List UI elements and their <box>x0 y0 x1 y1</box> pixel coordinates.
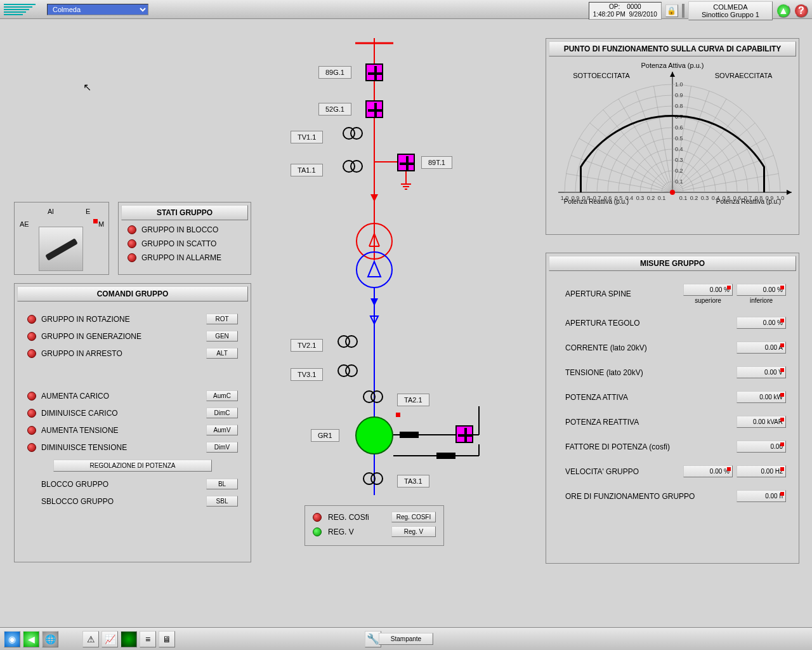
svg-text:0.8: 0.8 <box>675 103 683 109</box>
cmd-generazione: GRUPPO IN GENERAZIONEGEN <box>15 328 251 345</box>
label-tv21: TV2.1 <box>291 339 323 352</box>
selector-label-al: Al <box>48 208 54 215</box>
breaker-89g1[interactable] <box>365 63 383 81</box>
globe-icon[interactable]: 🌐 <box>42 631 58 647</box>
label-ta21: TA2.1 <box>397 394 429 406</box>
tv21-icon <box>337 335 358 350</box>
ta11-icon <box>343 160 363 175</box>
led-icon <box>313 513 322 522</box>
svg-rect-18 <box>400 432 419 438</box>
svg-text:Potenza Reattiva (p.u.): Potenza Reattiva (p.u.) <box>716 198 781 205</box>
measure-velocita: VELOCITA' GRUPPO 0.00 % 0.00 Hz <box>546 459 799 484</box>
cmd-blocco: BLOCCO GRUPPOBL <box>15 475 251 493</box>
svg-text:SOTTOECCITATA: SOTTOECCITATA <box>573 72 630 79</box>
led-icon <box>313 527 322 536</box>
val-potenza-attiva: 0.00 kW <box>737 391 786 403</box>
site-dropdown[interactable]: Colmeda <box>47 4 148 15</box>
aumv-button[interactable]: AumV <box>206 425 238 435</box>
breaker-52g1[interactable] <box>365 100 383 118</box>
label-ta31: TA3.1 <box>397 475 429 488</box>
logo-icon <box>4 3 42 16</box>
generator-gr1[interactable] <box>355 416 393 454</box>
svg-text:0.3: 0.3 <box>675 157 683 163</box>
val-velocita-pct: 0.00 % <box>683 465 733 477</box>
svg-marker-21 <box>787 190 792 195</box>
help-button[interactable]: ? <box>794 4 808 18</box>
rot-button[interactable]: ROT <box>206 314 238 324</box>
svg-text:1.0: 1.0 <box>675 81 683 88</box>
single-line-diagram: 89G.1 52G.1 TV1.1 TA1.1 89T.1 TV2.1 TV3.… <box>260 38 514 559</box>
printer-button[interactable]: Stampante <box>379 633 433 645</box>
tv31-icon <box>337 364 358 380</box>
label-89g1: 89G.1 <box>318 66 351 79</box>
val-corrente: 0.00 A <box>737 342 786 354</box>
trend-icon[interactable]: 📈 <box>102 631 118 647</box>
reg-cosfi-button[interactable]: Reg. COSFI <box>391 512 436 522</box>
svg-text:0.9: 0.9 <box>675 92 683 98</box>
svg-rect-19 <box>436 453 455 459</box>
nav-up-button[interactable]: ▲ <box>776 4 790 18</box>
measure-cosfi: FATTORE DI POTENZA (cosfi)0.00 <box>546 434 799 459</box>
gen-button[interactable]: GEN <box>206 331 238 342</box>
svg-text:0.3: 0.3 <box>636 195 645 201</box>
stati-title: STATI GRUPPO <box>121 205 248 220</box>
mode-selector-knob[interactable] <box>39 227 83 271</box>
breaker-field[interactable] <box>455 425 473 443</box>
led-icon <box>128 253 136 262</box>
led-icon <box>27 392 36 401</box>
bl-button[interactable]: BL <box>206 479 238 489</box>
led-icon <box>27 315 36 324</box>
svg-text:Potenza Reattiva (p.u.): Potenza Reattiva (p.u.) <box>564 198 629 205</box>
cmd-aumenta-carico: AUMENTA CARICOAumC <box>15 387 251 404</box>
regolazione-potenza-button[interactable]: REGOLAZIONE DI POTENZA <box>53 460 212 472</box>
led-icon <box>27 443 36 452</box>
svg-text:0.5: 0.5 <box>675 135 683 142</box>
document-icon[interactable]: ≡ <box>140 631 156 647</box>
svg-text:0.2: 0.2 <box>647 195 655 201</box>
svg-text:0.2: 0.2 <box>690 195 698 201</box>
sbl-button[interactable]: SBL <box>206 496 238 507</box>
tv11-icon <box>343 127 363 142</box>
selector-label-m: M <box>98 220 104 228</box>
mode-selector-panel: Al E AE M <box>14 202 109 275</box>
selector-label-ae: AE <box>20 220 29 228</box>
cmd-rotazione: GRUPPO IN ROTAZIONEROT <box>15 310 251 328</box>
radar-icon[interactable] <box>121 631 137 647</box>
measure-corrente: CORRENTE (lato 20kV)0.00 A <box>546 335 799 360</box>
cmd-diminuisce-tensione: DIMINUISCE TENSIONEDimV <box>15 439 251 456</box>
reg-v-button[interactable]: Reg. V <box>391 526 436 537</box>
val-tegolo: 0.00 % <box>737 317 786 329</box>
svg-point-73 <box>670 190 675 195</box>
lock-icon[interactable]: 🔒 <box>665 4 678 17</box>
home-icon[interactable]: ◉ <box>4 631 20 647</box>
svg-text:SOVRAECCITATA: SOVRAECCITATA <box>715 72 773 79</box>
label-tv31: TV3.1 <box>291 368 323 381</box>
reg-cosfi-label: REG. COSfi <box>328 513 369 522</box>
back-icon[interactable]: ◀ <box>23 631 39 647</box>
stato-allarme: GRUPPO IN ALLARME <box>119 251 251 265</box>
val-ore: 0.00 h <box>737 490 786 502</box>
aumc-button[interactable]: AumC <box>206 390 238 401</box>
val-tensione: 0.00 V <box>737 366 786 378</box>
dimc-button[interactable]: DimC <box>206 408 238 418</box>
alt-button[interactable]: ALT <box>206 348 238 359</box>
svg-line-58 <box>672 123 755 192</box>
dimv-button[interactable]: DimV <box>206 442 238 453</box>
svg-marker-7 <box>370 194 378 202</box>
breaker-89t1[interactable] <box>397 154 415 171</box>
svg-text:0.3: 0.3 <box>701 195 709 201</box>
bottombar: ◉ ◀ 🌐 ⚠ 📈 ≡ 🖥 🔧 Stampante <box>0 627 812 650</box>
val-cosfi: 0.00 <box>737 441 786 453</box>
warning-icon[interactable]: ⚠ <box>82 631 99 647</box>
label-ta11: TA1.1 <box>291 164 323 176</box>
measure-potenza-attiva: POTENZA ATTIVA0.00 kW <box>546 385 799 409</box>
capability-panel: PUNTO DI FUNZIONAMENTO SULLA CURVA DI CA… <box>546 38 799 235</box>
measure-ore: ORE DI FUNZIONAMENTO GRUPPO0.00 h <box>546 484 799 508</box>
monitor-icon[interactable]: 🖥 <box>159 631 175 647</box>
label-tv11: TV1.1 <box>291 131 323 143</box>
label-gr1: GR1 <box>311 429 339 442</box>
svg-text:Potenza Attiva (p.u.): Potenza Attiva (p.u.) <box>641 62 704 69</box>
svg-marker-23 <box>670 72 675 77</box>
led-icon <box>27 332 36 341</box>
led-icon <box>27 349 36 358</box>
